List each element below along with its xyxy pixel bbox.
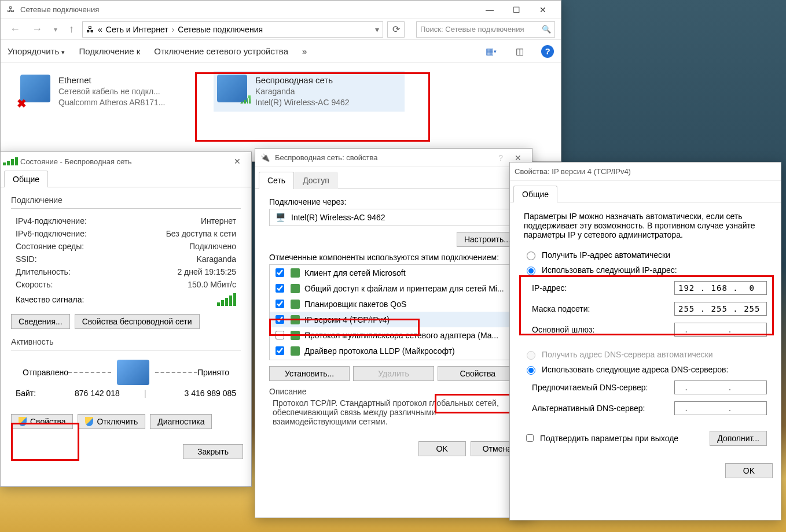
titlebar[interactable]: Свойства: IP версии 4 (TCP/IPv4): [510, 162, 781, 181]
shield-icon: [19, 417, 27, 426]
dns1-input[interactable]: [674, 380, 767, 394]
recent-button[interactable]: ▾: [50, 23, 61, 36]
component-row[interactable]: IP версии 6 (TCP/IPv6): [270, 359, 517, 360]
dns1-label: Предпочитаемый DNS-сервер:: [532, 383, 648, 392]
radio-manual-ip-label: Использовать следующий IP-адрес:: [542, 265, 677, 275]
help-button[interactable]: ?: [541, 45, 554, 58]
ipv4-properties-dialog: Свойства: IP версии 4 (TCP/IPv4) Общие П…: [509, 162, 781, 520]
item-adapter: Qualcomm Atheros AR8171...: [58, 97, 165, 108]
properties-button[interactable]: Свойства: [11, 414, 73, 429]
component-label: Драйвер протокола LLDP (Майкрософт): [304, 346, 455, 356]
view-options-button[interactable]: ▦▾: [483, 44, 498, 59]
component-icon: [291, 346, 300, 356]
component-row[interactable]: Драйвер протокола LLDP (Майкрософт): [270, 343, 517, 359]
subnet-mask-input[interactable]: [674, 302, 767, 316]
disable-button[interactable]: Отключить: [78, 414, 145, 429]
ok-button[interactable]: OK: [725, 463, 773, 478]
remove-button[interactable]: Удалить: [353, 366, 434, 381]
dialog-title: Свойства: IP версии 4 (TCP/IPv4): [515, 167, 631, 176]
close-button[interactable]: ✕: [228, 154, 247, 168]
radio-auto-ip[interactable]: [527, 252, 535, 260]
item-status: Karaganda: [255, 86, 350, 97]
close-button[interactable]: ✕: [530, 1, 556, 19]
radio-manual-dns-label: Использовать следующие адреса DNS-сервер…: [542, 365, 728, 374]
speed-label: Скорость:: [16, 280, 53, 289]
close-dialog-button[interactable]: Закрыть: [183, 444, 243, 459]
addr-prefix: «: [98, 25, 102, 34]
component-row[interactable]: Протокол мультиплексора сетевого адаптер…: [270, 327, 517, 343]
addr-part1[interactable]: Сеть и Интернет: [106, 25, 168, 34]
up-button[interactable]: ↑: [65, 21, 78, 38]
component-checkbox[interactable]: [276, 346, 284, 355]
back-button[interactable]: ←: [6, 21, 24, 38]
network-item-wireless[interactable]: Беспроводная сеть Karaganda Intel(R) Wir…: [214, 71, 405, 112]
network-icon: 🔌: [260, 153, 270, 163]
subnet-mask-label: Маска подсети:: [532, 304, 590, 313]
items-area[interactable]: ✖ Ethernet Сетевой кабель не подкл... Qu…: [1, 63, 561, 120]
tab-access[interactable]: Доступ: [294, 172, 338, 189]
gateway-input[interactable]: [674, 323, 767, 337]
component-row[interactable]: IP версии 4 (TCP/IPv4): [270, 312, 517, 327]
tab-general[interactable]: Общие: [4, 171, 48, 187]
advanced-button[interactable]: Дополнит...: [710, 431, 767, 446]
ipv6-label: IPv6-подключение:: [16, 229, 87, 238]
duration-value: 2 дней 19:15:25: [177, 267, 236, 276]
component-checkbox[interactable]: [276, 284, 284, 293]
wireless-properties-button[interactable]: Свойства беспроводной сети: [75, 314, 200, 329]
ipv4-label: IPv4-подключение:: [16, 216, 87, 226]
item-status: Сетевой кабель не подкл...: [58, 86, 165, 97]
ip-address-label: IP-адрес:: [532, 283, 567, 293]
addr-part2[interactable]: Сетевые подключения: [178, 25, 263, 34]
component-label: IP версии 4 (TCP/IPv4): [304, 315, 390, 324]
component-checkbox[interactable]: [276, 300, 284, 308]
maximize-button[interactable]: ☐: [503, 1, 530, 19]
tab-network[interactable]: Сеть: [259, 172, 294, 189]
chevron-right-icon[interactable]: ›: [172, 25, 175, 34]
wireless-status-dialog: Состояние - Беспроводная сеть ✕ Общие По…: [0, 152, 252, 487]
search-placeholder: Поиск: Сетевые подключения: [420, 25, 524, 34]
validate-checkbox[interactable]: [526, 434, 534, 442]
component-checkbox[interactable]: [276, 315, 284, 324]
component-checkbox[interactable]: [276, 268, 284, 277]
disconnect-device-button[interactable]: Отключение сетевого устройства: [154, 46, 288, 56]
connect-to-button[interactable]: Подключение к: [79, 46, 140, 56]
ok-button[interactable]: OK: [418, 441, 466, 456]
component-row[interactable]: Клиент для сетей Microsoft: [270, 265, 517, 280]
install-button[interactable]: Установить...: [269, 366, 350, 381]
ip-address-input[interactable]: [674, 281, 767, 295]
titlebar[interactable]: 🖧 Сетевые подключения — ☐ ✕: [1, 1, 561, 19]
refresh-button[interactable]: ⟳: [387, 21, 405, 38]
radio-manual-ip[interactable]: [527, 267, 535, 275]
tabs: Общие: [510, 181, 781, 202]
component-label: Клиент для сетей Microsoft: [304, 268, 406, 278]
component-row[interactable]: Общий доступ к файлам и принтерам для се…: [270, 280, 517, 296]
network-item-ethernet[interactable]: ✖ Ethernet Сетевой кабель не подкл... Qu…: [17, 71, 190, 112]
component-icon: [291, 300, 300, 309]
disconnected-x-icon: ✖: [17, 97, 27, 110]
component-checkbox[interactable]: [276, 331, 284, 339]
dialog-title: Беспроводная сеть: свойства: [275, 153, 378, 162]
diagnostics-button[interactable]: Диагностика: [150, 414, 212, 429]
address-bar[interactable]: 🖧 « Сеть и Интернет › Сетевые подключени…: [82, 21, 383, 38]
titlebar[interactable]: 🔌 Беспроводная сеть: свойства ? ✕: [255, 149, 532, 167]
dns2-input[interactable]: [674, 401, 767, 415]
ssid-label: SSID:: [16, 254, 37, 264]
organize-menu[interactable]: Упорядочить ▾: [8, 46, 65, 56]
close-button[interactable]: ?: [493, 151, 509, 165]
search-input[interactable]: Поиск: Сетевые подключения 🔍: [416, 21, 555, 38]
tab-general[interactable]: Общие: [513, 186, 557, 202]
component-row[interactable]: Планировщик пакетов QoS: [270, 296, 517, 312]
components-list[interactable]: Клиент для сетей Microsoft Общий доступ …: [269, 264, 518, 360]
more-commands-button[interactable]: »: [302, 46, 307, 56]
titlebar[interactable]: Состояние - Беспроводная сеть ✕: [1, 152, 251, 171]
component-properties-button[interactable]: Свойства: [438, 366, 518, 381]
adapter-properties-dialog: 🔌 Беспроводная сеть: свойства ? ✕ Сеть Д…: [255, 148, 532, 518]
minimize-button[interactable]: —: [476, 1, 503, 19]
radio-manual-dns[interactable]: [527, 366, 535, 375]
folder-icon: 🖧: [86, 25, 94, 34]
addr-dropdown-icon[interactable]: ▾: [375, 25, 379, 34]
shield-icon: [85, 417, 93, 426]
details-button[interactable]: Сведения...: [11, 314, 70, 329]
preview-pane-button[interactable]: ◫: [512, 44, 527, 59]
forward-button[interactable]: →: [28, 21, 46, 38]
